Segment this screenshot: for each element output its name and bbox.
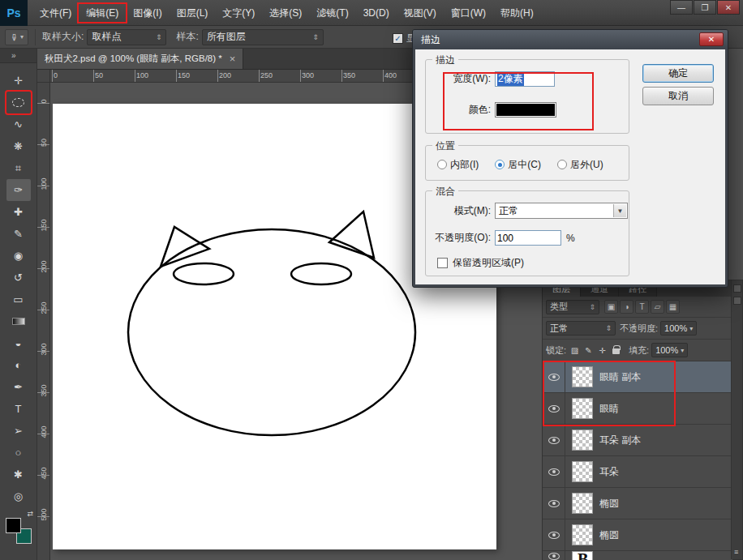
menu-item[interactable]: 窗口(W) [444,4,493,22]
gradient-tool[interactable] [6,310,31,332]
cancel-button[interactable]: 取消 [642,87,714,105]
visibility-toggle[interactable] [543,519,565,550]
brush-tool[interactable]: ✎ [6,223,31,245]
swap-colors-icon[interactable]: ⇄ [27,510,33,518]
menu-item[interactable]: 滤镜(T) [309,4,355,22]
layer-row[interactable]: 椭圆 [543,519,732,551]
filter-kind-dropdown[interactable]: 类型 ⇕ [546,300,599,314]
layer-row[interactable]: 眼睛 副本 [543,361,732,393]
dialog-title-bar[interactable]: 描边 ✕ [413,30,728,49]
visibility-toggle[interactable] [543,488,565,519]
visibility-toggle[interactable] [543,393,565,424]
visibility-toggle[interactable] [543,425,565,455]
layer-fill-dropdown[interactable]: 100% ▾ [651,343,688,357]
layer-opacity-dropdown[interactable]: 100% ▾ [660,321,697,336]
visibility-toggle[interactable] [543,456,565,487]
clone-stamp-icon: ◉ [14,250,23,262]
history-brush-tool[interactable]: ↺ [6,267,31,289]
zoom-tool[interactable]: ◎ [6,485,31,507]
eyedropper-tool[interactable]: ✑ [6,179,31,201]
dodge-tool[interactable]: ◐ [6,354,31,376]
eraser-tool[interactable]: ▭ [6,289,31,310]
position-option[interactable]: 居外(U) [557,158,603,172]
layer-row[interactable]: 眼睛 [543,393,732,425]
foreground-color-swatch[interactable] [6,518,21,533]
healing-brush-tool[interactable]: ✚ [6,201,31,223]
ellipse-tool[interactable]: ○ [6,442,31,464]
blur-tool[interactable]: ◒ [6,332,31,354]
stroke-width-input[interactable]: 2像素 [495,71,555,87]
move-tool[interactable]: ✛ [6,70,31,92]
path-selection-tool[interactable]: ➢ [6,420,31,442]
menu-item[interactable]: 编辑(E) [79,4,126,22]
sample-size-dropdown[interactable]: 取样点 ⇕ [87,29,166,45]
lock-all-icon[interactable] [610,344,622,357]
mode-dropdown[interactable]: 正常 ▼ [495,203,628,219]
smart-object-filter-icon[interactable]: ▦ [666,300,680,314]
ruler-number: 50 [40,133,48,152]
stroke-color-swatch[interactable] [495,102,556,118]
layer-row[interactable]: 耳朵 副本 [543,425,732,456]
position-option[interactable]: 内部(I) [437,158,479,172]
adjustment-filter-icon[interactable]: ◑ [620,300,633,314]
menu-item[interactable]: 选择(S) [262,4,309,22]
document-tab[interactable]: 秋田犬2.psd @ 100% (眼睛 副本, RGB/8) * × [37,48,243,69]
blend-mode-dropdown[interactable]: 正常 ⇕ [546,321,616,336]
tool-preset-picker[interactable]: ✑ ▾ [5,29,28,45]
quick-selection-tool[interactable]: ❋ [6,135,31,157]
layer-thumbnail [572,493,593,514]
eye-icon [548,532,560,539]
lasso-tool[interactable]: ∿ [6,113,31,135]
radio-label: 居外(U) [570,158,603,172]
collapse-toolbar-button[interactable]: » [0,49,37,63]
checkbox[interactable]: ✓ [393,33,403,44]
visibility-toggle[interactable] [543,551,565,560]
clone-stamp-tool[interactable]: ◉ [6,245,31,267]
pixel-filter-icon[interactable]: ▣ [604,300,618,314]
menu-item[interactable]: 帮助(H) [493,4,541,22]
menu-item[interactable]: 图层(L) [170,4,216,22]
rail-button[interactable] [733,284,741,293]
sample-layers-dropdown[interactable]: 所有图层 ⇕ [202,29,324,45]
ok-button[interactable]: 确定 [642,64,714,83]
tab-close-button[interactable]: × [230,53,236,65]
layer-list: 眼睛 副本眼睛耳朵 副本耳朵椭圆椭圆B [543,361,732,560]
history-brush-icon: ↺ [14,271,23,284]
position-option[interactable]: 居中(C) [495,158,541,172]
lock-transparency-icon[interactable]: ▨ [569,344,581,357]
dialog-close-button[interactable]: ✕ [699,32,724,46]
layer-thumbnail [572,461,593,482]
rail-button[interactable] [733,297,741,305]
dialog-opacity-input[interactable]: 100 [495,230,561,246]
close-button[interactable]: ✕ [717,0,740,15]
menu-item[interactable]: 视图(V) [397,4,444,22]
menu-item[interactable]: 文字(Y) [215,4,262,22]
panel-menu-icon[interactable]: ≡ [734,548,738,556]
type-tool[interactable]: T [6,398,31,420]
elliptical-marquee-icon [12,98,24,107]
minimize-button[interactable]: — [670,0,693,15]
sample-size-value: 取样点 [92,30,121,44]
visibility-toggle[interactable] [543,361,565,392]
stroke-color-label: 颜色: [426,103,491,117]
dodge-icon: ◐ [15,359,22,371]
shape-filter-icon[interactable]: ▱ [651,300,664,314]
lock-pixels-icon[interactable]: ✎ [582,344,595,357]
pen-tool[interactable]: ✒ [6,376,31,398]
stroke-width-label: 宽度(W): [426,72,491,86]
lock-position-icon[interactable]: ✛ [596,344,608,357]
layer-row[interactable]: 椭圆 [543,488,732,519]
elliptical-marquee-tool[interactable] [6,92,31,113]
maximize-button[interactable]: ❐ [694,0,716,15]
menu-item[interactable]: 3D(D) [356,4,397,22]
menu-item[interactable]: 文件(F) [32,4,79,22]
hand-tool[interactable]: ✱ [6,464,31,485]
position-group: 位置 内部(I)居中(C)居外(U) [425,145,629,181]
layer-row[interactable]: B [543,551,732,560]
type-filter-icon[interactable]: T [635,300,649,314]
menu-item[interactable]: 图像(I) [126,4,169,22]
layer-row[interactable]: 耳朵 [543,456,732,488]
crop-tool[interactable]: ⌗ [6,157,31,179]
mode-value: 正常 [499,204,518,218]
preserve-transparency-checkbox[interactable] [437,258,448,268]
